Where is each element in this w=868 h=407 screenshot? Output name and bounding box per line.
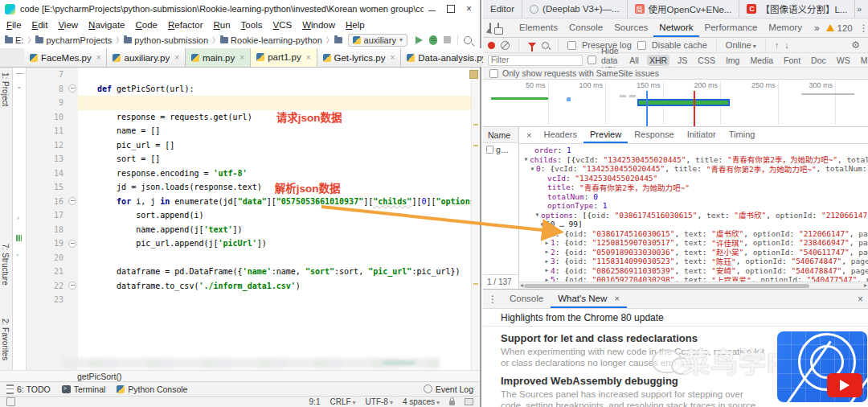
- tree-toggle-icon[interactable]: ▶: [543, 240, 551, 246]
- breadcrumb-item[interactable]: python-submission: [124, 35, 208, 45]
- drawer-tab-what-s-new[interactable]: What's New×: [551, 290, 627, 308]
- editor-tab-main-py[interactable]: main.py×: [186, 48, 251, 67]
- editor-tab-auxiliary-py[interactable]: auxiliary.py×: [107, 48, 186, 67]
- filter-icon[interactable]: [528, 43, 536, 47]
- network-overview[interactable]: 50 ms100 ms150 ms200 ms250 ms300 ms: [483, 80, 868, 127]
- filter-chip-all[interactable]: All: [627, 55, 641, 66]
- inspections-indicator[interactable]: [469, 70, 478, 79]
- sidebar-item-favorites[interactable]: 2: Favorites: [1, 319, 10, 360]
- preserve-log-checkbox[interactable]: [567, 41, 576, 50]
- sidebar-item-structure[interactable]: 7: Structure: [1, 244, 10, 286]
- browser-tab[interactable]: 简使用OpenCv+ENe...: [628, 0, 740, 18]
- browser-tab[interactable]: (Deeplab V3+)—...: [522, 0, 628, 18]
- warnings-badge[interactable]: 120: [826, 23, 853, 33]
- breadcrumb-item[interactable]: pycharmProjects: [35, 35, 112, 45]
- record-icon[interactable]: [488, 42, 495, 49]
- editor-scrollbar[interactable]: [471, 68, 480, 370]
- breadcrumb-context-bar[interactable]: getPicSort(): [0, 370, 480, 381]
- tab-overflow[interactable]: »: [857, 4, 868, 14]
- devtools-tab-elements[interactable]: Elements: [514, 18, 563, 37]
- fold-marker[interactable]: [68, 282, 76, 290]
- json-preview[interactable]: order: 1▼childs: [{vcId: "13425304550204…: [519, 144, 868, 282]
- editor-tab-part1-py[interactable]: part1.py×: [251, 48, 317, 67]
- detail-tab-headers[interactable]: Headers: [537, 127, 583, 143]
- breadcrumb-item[interactable]: E:: [5, 35, 23, 45]
- minimize-button[interactable]: [428, 10, 436, 12]
- disable-cache-checkbox[interactable]: [637, 41, 646, 50]
- selected-request-bar[interactable]: [637, 99, 730, 106]
- detail-tab-response[interactable]: Response: [628, 127, 681, 143]
- tree-toggle-icon[interactable]: ▶: [543, 230, 551, 236]
- name-column-header[interactable]: Name: [483, 127, 518, 143]
- breadcrumb-item[interactable]: Rookie-learning-python: [220, 35, 322, 45]
- devtools-menu-icon[interactable]: ⋮: [854, 23, 868, 34]
- menu-item-window[interactable]: Window: [302, 20, 335, 30]
- restore-windows-icon[interactable]: [6, 397, 15, 406]
- editor-tab-get-lyrics-py[interactable]: Get-lyrics.py×: [317, 48, 402, 67]
- devtools-tab-performance[interactable]: Performance: [699, 18, 764, 37]
- code-editor[interactable]: 78def getPicSort(url):910 response = req…: [27, 68, 480, 370]
- encoding-select[interactable]: UTF-8▾: [366, 397, 393, 406]
- filter-chip-css[interactable]: CSS: [695, 55, 718, 66]
- sidebar-item-project[interactable]: 1: Project: [1, 72, 10, 106]
- close-detail-icon[interactable]: ×: [521, 130, 537, 140]
- filter-chip-js[interactable]: JS: [675, 55, 690, 66]
- maximize-button[interactable]: [447, 5, 455, 13]
- tree-toggle-icon[interactable]: ▶: [543, 249, 551, 255]
- request-row[interactable]: g…: [483, 143, 518, 155]
- python-console-button[interactable]: Python Console: [117, 384, 187, 394]
- tree-toggle-icon[interactable]: ▼: [538, 221, 546, 228]
- devtools-tab-console[interactable]: Console: [563, 18, 608, 37]
- menu-item-view[interactable]: View: [58, 20, 78, 30]
- filter-chip-img[interactable]: Img: [723, 55, 743, 66]
- run-button[interactable]: [414, 34, 424, 47]
- filter-input[interactable]: [488, 55, 583, 66]
- detail-tab-preview[interactable]: Preview: [583, 127, 628, 143]
- tab-close-icon[interactable]: ×: [306, 53, 311, 62]
- menu-item-edit[interactable]: Edit: [32, 20, 48, 30]
- horizontal-scrollbar[interactable]: ◂ ▸: [519, 282, 868, 289]
- search-everywhere-button[interactable]: [463, 34, 473, 47]
- scroll-left-icon[interactable]: ◂: [520, 282, 523, 289]
- close-button[interactable]: ×: [466, 5, 472, 13]
- caret-position[interactable]: 9:1: [309, 397, 321, 406]
- fold-marker[interactable]: [68, 197, 76, 205]
- tree-toggle-icon[interactable]: ▼: [522, 156, 530, 162]
- menu-item-code[interactable]: Code: [136, 20, 158, 30]
- breadcrumb-item[interactable]: Youthwiithyou: [334, 35, 343, 45]
- detail-tab-timing[interactable]: Timing: [723, 127, 762, 143]
- drawer-tab-console[interactable]: Console: [502, 290, 551, 308]
- tree-toggle-icon[interactable]: ▼: [529, 166, 536, 172]
- network-settings-icon[interactable]: ⚙: [851, 39, 863, 51]
- menu-item-tools[interactable]: Tools: [241, 20, 263, 30]
- fold-marker[interactable]: [68, 84, 76, 92]
- detail-tab-initiator[interactable]: Initiator: [681, 127, 723, 143]
- search-icon[interactable]: [542, 42, 549, 49]
- tree-toggle-icon[interactable]: ▶: [543, 267, 551, 273]
- stop-button[interactable]: [442, 34, 452, 47]
- filter-chip-doc[interactable]: Doc: [809, 55, 829, 66]
- indent-select[interactable]: 4 spaces▾: [403, 397, 440, 406]
- tab-close-icon[interactable]: ×: [390, 53, 395, 62]
- project-panel-collapsed[interactable]: — ⌄ › ▫: [13, 68, 27, 370]
- device-toolbar-icon[interactable]: [497, 23, 499, 34]
- menu-item-navigate[interactable]: Navigate: [88, 20, 125, 30]
- filter-chip-font[interactable]: Font: [781, 55, 803, 66]
- line-ending-select[interactable]: CRLF▾: [330, 397, 355, 406]
- tree-toggle-icon[interactable]: ▶: [543, 258, 551, 265]
- menu-item-vcs[interactable]: VCS: [272, 20, 292, 30]
- todo-button[interactable]: 6: TODO: [6, 384, 51, 394]
- filter-chip-ws[interactable]: WS: [834, 55, 853, 66]
- samesite-checkbox[interactable]: [489, 69, 498, 78]
- clear-icon[interactable]: [501, 41, 510, 50]
- inspect-element-icon[interactable]: [489, 23, 491, 33]
- menu-item-file[interactable]: File: [6, 20, 22, 30]
- panel-overflow[interactable]: »: [809, 23, 825, 34]
- tab-close-icon[interactable]: ×: [240, 53, 244, 62]
- devtools-tab-sources[interactable]: Sources: [608, 18, 653, 37]
- lock-icon[interactable]: [449, 401, 455, 405]
- tree-toggle-icon[interactable]: ▼: [534, 212, 541, 218]
- export-har-icon[interactable]: ↓: [784, 40, 789, 50]
- menu-item-run[interactable]: Run: [214, 20, 231, 30]
- fold-marker[interactable]: [68, 240, 76, 248]
